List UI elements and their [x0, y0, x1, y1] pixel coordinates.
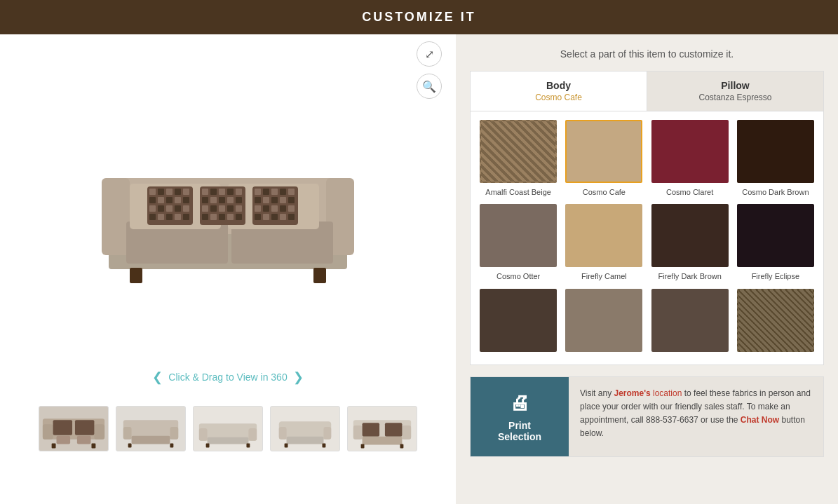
- swatch-cosmo-cafe[interactable]: Cosmo Cafe: [565, 120, 643, 197]
- swatch-firefly-camel[interactable]: Firefly Camel: [565, 204, 643, 281]
- svg-rect-84: [170, 427, 178, 440]
- swatch-cosmo-otter[interactable]: Cosmo Otter: [479, 204, 557, 281]
- swatch-firefly-dark-brown[interactable]: Firefly Dark Brown: [651, 204, 729, 281]
- svg-rect-2: [102, 178, 130, 255]
- tab-body[interactable]: Body Cosmo Cafe: [471, 71, 647, 111]
- swatch-color-row3-3: [651, 289, 729, 352]
- left-panel: ⤢ 🔍: [0, 34, 456, 504]
- svg-rect-19: [149, 205, 156, 212]
- svg-rect-52: [263, 189, 269, 195]
- main-layout: ⤢ 🔍: [0, 34, 838, 504]
- svg-rect-39: [236, 197, 242, 203]
- swatch-row3-1[interactable]: [479, 289, 557, 356]
- svg-rect-47: [219, 214, 225, 220]
- swatch-label-firefly-eclipse: Firefly Eclipse: [752, 271, 799, 281]
- svg-rect-62: [263, 205, 269, 212]
- svg-rect-26: [166, 214, 173, 220]
- svg-rect-66: [255, 214, 261, 220]
- svg-rect-99: [323, 444, 326, 448]
- svg-rect-30: [202, 189, 208, 195]
- sofa-svg: [81, 108, 375, 297]
- svg-rect-96: [323, 427, 331, 440]
- svg-rect-102: [402, 425, 411, 440]
- tab-body-title: Body: [479, 80, 638, 91]
- svg-rect-28: [183, 214, 189, 220]
- swatch-color-cosmo-claret: [651, 120, 729, 183]
- svg-rect-36: [210, 197, 217, 203]
- svg-rect-83: [123, 427, 132, 440]
- swatch-color-cosmo-otter: [480, 204, 557, 267]
- swatch-row3-2[interactable]: [565, 289, 643, 356]
- svg-rect-37: [219, 197, 225, 203]
- swatch-row3-3[interactable]: [651, 289, 729, 356]
- svg-rect-89: [199, 428, 208, 441]
- svg-rect-59: [280, 197, 286, 203]
- swatch-label-firefly-camel: Firefly Camel: [581, 271, 627, 281]
- svg-rect-79: [77, 436, 91, 444]
- thumbnail-2[interactable]: [116, 406, 186, 451]
- svg-rect-61: [255, 205, 261, 212]
- swatch-cosmo-dark-brown[interactable]: Cosmo Dark Brown: [736, 120, 815, 197]
- swatch-cosmo-claret[interactable]: Cosmo Claret: [651, 120, 729, 197]
- print-selection-button[interactable]: 🖨 Print Selection: [471, 377, 569, 456]
- svg-rect-106: [361, 444, 365, 449]
- swatch-color-amalfi: [480, 120, 557, 183]
- swatch-color-firefly-eclipse: [737, 204, 814, 267]
- tab-pillow-subtitle: Costanza Espresso: [656, 93, 815, 102]
- svg-rect-87: [170, 444, 173, 448]
- swatch-label-cosmo-claret: Cosmo Claret: [666, 187, 713, 197]
- swatch-row3-4[interactable]: [736, 289, 815, 356]
- svg-rect-67: [263, 214, 269, 220]
- swatch-color-row3-2: [565, 289, 642, 352]
- svg-rect-17: [175, 197, 181, 203]
- svg-rect-76: [53, 420, 72, 435]
- expand-button[interactable]: ⤢: [417, 41, 442, 67]
- swatch-color-cosmo-cafe: [565, 120, 642, 183]
- header-title: CUSTOMIZE IT: [362, 10, 476, 24]
- svg-rect-58: [271, 197, 278, 203]
- svg-rect-43: [227, 205, 234, 212]
- svg-rect-51: [255, 189, 261, 195]
- svg-rect-68: [271, 214, 278, 220]
- svg-rect-86: [128, 444, 132, 448]
- svg-rect-93: [246, 444, 250, 448]
- print-btn-label: Print Selection: [487, 420, 552, 442]
- svg-rect-72: [313, 268, 326, 283]
- thumbnail-5[interactable]: [347, 406, 417, 451]
- swatch-label-cosmo-dark-brown: Cosmo Dark Brown: [742, 187, 809, 197]
- svg-rect-20: [158, 205, 164, 212]
- svg-rect-25: [158, 214, 164, 220]
- jeromes-location-link[interactable]: Jerome's location: [614, 388, 682, 398]
- thumbnail-3[interactable]: [193, 406, 263, 451]
- svg-rect-97: [287, 437, 324, 444]
- svg-rect-107: [400, 444, 403, 449]
- swatch-firefly-eclipse[interactable]: Firefly Eclipse: [736, 204, 815, 281]
- svg-rect-81: [91, 444, 95, 449]
- svg-rect-21: [166, 205, 173, 212]
- customization-tabs: Body Cosmo Cafe Pillow Costanza Espresso: [470, 71, 824, 111]
- svg-rect-24: [149, 214, 156, 220]
- thumbnail-4[interactable]: [270, 406, 340, 451]
- svg-rect-44: [236, 205, 242, 212]
- swatch-amalfi-coast-beige[interactable]: Amalfi Coast Beige: [479, 120, 557, 197]
- svg-rect-40: [202, 205, 208, 212]
- swatch-color-firefly-camel: [565, 204, 642, 267]
- svg-rect-15: [158, 197, 164, 203]
- svg-rect-14: [149, 197, 156, 203]
- svg-rect-23: [183, 205, 189, 212]
- chat-now-link[interactable]: Chat Now: [741, 415, 779, 425]
- thumbnail-1[interactable]: [39, 406, 109, 451]
- svg-rect-18: [183, 197, 189, 203]
- svg-rect-42: [219, 205, 225, 212]
- svg-rect-75: [94, 424, 104, 440]
- drag-hint: ❮ Click & Drag to View in 360 ❯: [14, 364, 442, 399]
- svg-rect-31: [210, 189, 217, 195]
- svg-rect-69: [280, 214, 286, 220]
- thumbnail-strip: [14, 399, 442, 458]
- zoom-button[interactable]: 🔍: [417, 74, 442, 99]
- svg-rect-77: [75, 420, 94, 435]
- tab-pillow[interactable]: Pillow Costanza Espresso: [647, 71, 823, 111]
- svg-rect-71: [130, 268, 142, 283]
- svg-rect-57: [263, 197, 269, 203]
- svg-rect-60: [288, 197, 295, 203]
